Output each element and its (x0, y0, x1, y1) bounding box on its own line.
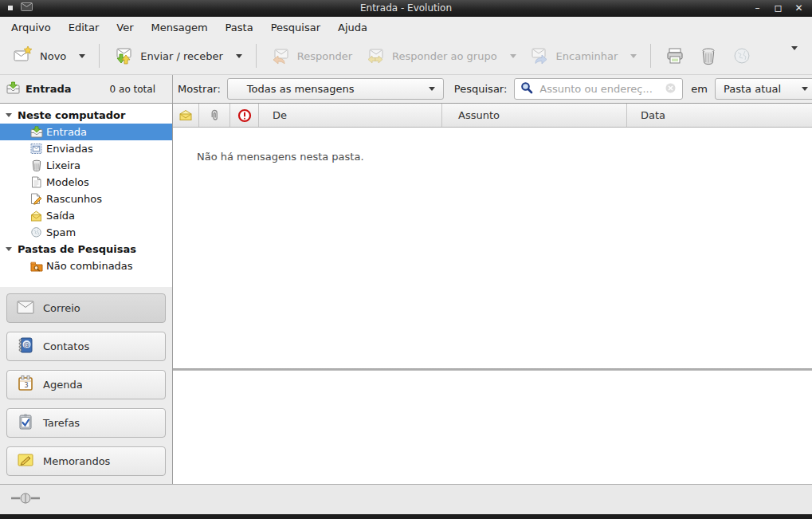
column-priority[interactable] (230, 104, 259, 127)
folder-label: Rascunhos (46, 193, 102, 205)
trash-icon (698, 45, 719, 66)
search-folder-icon (29, 261, 43, 272)
filter-bar: Entrada 0 ao total Mostrar: Todas as men… (0, 74, 812, 104)
online-status-icon[interactable] (10, 492, 41, 507)
minimize-button[interactable]: – (752, 3, 763, 13)
sidebar-item-nao-combinadas[interactable]: Não combinadas (0, 258, 172, 274)
forward-button[interactable]: Encaminhar (523, 41, 644, 72)
calendar-icon: 3 (17, 375, 34, 395)
chevron-down-icon[interactable] (510, 54, 516, 58)
memos-icon (17, 452, 34, 470)
sidebar-item-entrada[interactable]: Entrada (0, 124, 172, 140)
sidebar-item-lixeira[interactable]: Lixeira (0, 157, 172, 174)
mail-icon (17, 301, 34, 317)
search-label: Pesquisar: (454, 83, 508, 95)
reply-all-label: Responder ao grupo (392, 50, 497, 62)
chevron-down-icon (791, 46, 798, 62)
show-label: Mostrar: (178, 83, 221, 95)
empty-folder-message: Não há mensagens nesta pasta. (173, 128, 812, 163)
search-input[interactable] (538, 82, 660, 96)
maximize-button[interactable]: ◻ (773, 3, 783, 13)
reply-label: Responder (297, 50, 352, 62)
menu-ver[interactable]: Ver (108, 18, 142, 37)
trash-icon (29, 159, 43, 171)
inbox-icon (6, 81, 20, 96)
folder-tree: Neste computador Entrada (0, 104, 172, 287)
switcher-tarefas-button[interactable]: Tarefas (6, 408, 166, 438)
switcher-label: Tarefas (43, 417, 80, 429)
switcher-label: Contatos (43, 340, 89, 352)
menu-pesquisar[interactable]: Pesquisar (262, 18, 329, 37)
switcher-contatos-button[interactable]: @ Contatos (6, 332, 166, 361)
search-scope-value: Pasta atual (724, 83, 781, 95)
switcher-agenda-button[interactable]: 3 Agenda (6, 370, 166, 399)
window-menu-icon[interactable] (8, 6, 13, 10)
new-label: Novo (40, 50, 66, 62)
folder-group-search[interactable]: Pastas de Pesquisas (0, 241, 172, 258)
outbox-icon (29, 210, 43, 222)
junk-icon (29, 226, 43, 238)
app-envelope-icon (21, 2, 33, 14)
message-pane: De Assunto Data Não há mensagens nesta p… (173, 104, 812, 484)
search-box[interactable] (514, 78, 683, 100)
reply-all-button[interactable]: Responder ao grupo (359, 41, 523, 72)
folder-label: Enviadas (46, 143, 93, 155)
svg-text:@: @ (24, 341, 30, 348)
toolbar-separator (99, 44, 100, 68)
important-icon (237, 108, 252, 123)
titlebar[interactable]: Entrada - Evolution – ◻ ✕ (0, 0, 812, 17)
folder-group-label: Neste computador (18, 109, 125, 121)
menu-ajuda[interactable]: Ajuda (329, 18, 376, 37)
clear-search-icon[interactable] (665, 82, 677, 96)
delete-button[interactable] (692, 41, 725, 70)
sidebar-item-rascunhos[interactable]: Rascunhos (0, 191, 172, 207)
reply-button[interactable]: Responder (264, 41, 359, 72)
menubar: Arquivo Editar Ver Mensagem Pasta Pesqui… (0, 17, 812, 37)
junk-button[interactable] (725, 41, 759, 70)
chevron-down-icon[interactable] (236, 54, 242, 58)
column-label: Data (641, 109, 665, 121)
preview-pane (173, 371, 812, 484)
menu-pasta[interactable]: Pasta (217, 18, 262, 37)
show-filter-dropdown[interactable]: Todas as mensagens (227, 78, 444, 100)
column-attachment[interactable] (199, 104, 230, 127)
expander-icon[interactable] (6, 113, 12, 117)
folder-group-local[interactable]: Neste computador (0, 107, 172, 124)
switcher-memorandos-button[interactable]: Memorandos (6, 446, 166, 476)
inbox-icon (29, 126, 43, 138)
sidebar-item-modelos[interactable]: Modelos (0, 174, 172, 191)
folder-title: Entrada (25, 83, 72, 95)
menu-editar[interactable]: Editar (60, 18, 108, 37)
switcher-label: Memorandos (43, 455, 110, 467)
chevron-down-icon[interactable] (630, 54, 637, 58)
folder-label: Modelos (46, 176, 89, 188)
send-receive-button[interactable]: Enviar / receber (107, 41, 249, 72)
chevron-down-icon[interactable] (79, 54, 85, 58)
column-assunto[interactable]: Assunto (442, 104, 627, 127)
toolbar-separator (650, 44, 651, 68)
close-button[interactable]: ✕ (794, 3, 804, 13)
new-message-button[interactable]: Novo (6, 41, 92, 72)
window-title: Entrada - Evolution (0, 2, 812, 14)
paperclip-icon (207, 108, 222, 123)
menu-arquivo[interactable]: Arquivo (2, 18, 60, 37)
forward-icon (529, 45, 550, 68)
column-data[interactable]: Data (627, 104, 812, 127)
sidebar-item-enviadas[interactable]: Enviadas (0, 140, 172, 157)
search-scope-dropdown[interactable]: Pasta atual (715, 78, 812, 100)
expander-icon[interactable] (6, 247, 12, 251)
toolbar-overflow-button[interactable] (783, 45, 806, 67)
column-de[interactable]: De (259, 104, 442, 127)
sidebar-item-spam[interactable]: Spam (0, 224, 172, 241)
switcher-correio-button[interactable]: Correio (6, 293, 166, 323)
toolbar-separator (256, 44, 257, 68)
message-status-icon (178, 109, 193, 121)
switcher-label: Correio (43, 302, 80, 314)
menu-mensagem[interactable]: Mensagem (143, 18, 217, 37)
folder-label: Saída (46, 210, 75, 222)
print-button[interactable] (658, 41, 692, 70)
message-list-header: De Assunto Data (173, 104, 812, 128)
column-status[interactable] (173, 104, 199, 127)
message-list[interactable]: Não há mensagens nesta pasta. (173, 128, 812, 368)
sidebar-item-saida[interactable]: Saída (0, 207, 172, 224)
